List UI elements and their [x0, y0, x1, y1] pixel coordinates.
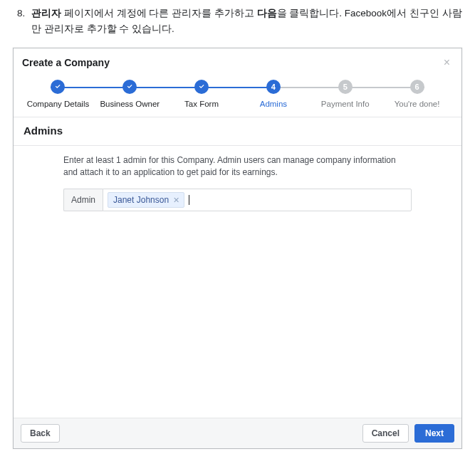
- back-button[interactable]: Back: [21, 424, 60, 443]
- step-circle-todo: 6: [410, 80, 424, 94]
- help-text: Enter at least 1 admin for this Company.…: [63, 154, 412, 179]
- section-header: Admins: [14, 117, 461, 138]
- admin-chip-label: Janet Johnson: [113, 195, 169, 205]
- admin-field-row: Admin Janet Johnson ✕: [63, 189, 412, 211]
- dialog-body: Enter at least 1 admin for this Company.…: [14, 146, 461, 418]
- instruction-text: 관리자 페이지에서 계정에 다른 관리자를 추가하고 다음을 클릭합니다. Fa…: [31, 6, 462, 38]
- dialog-footer: Back Cancel Next: [14, 418, 461, 448]
- cancel-button[interactable]: Cancel: [362, 424, 409, 443]
- instruction-bold-1: 관리자: [31, 8, 61, 18]
- step-label: You're done!: [395, 100, 440, 108]
- step-circle-done: [194, 80, 209, 94]
- check-icon: [54, 83, 62, 90]
- instruction: 8. 관리자 페이지에서 계정에 다른 관리자를 추가하고 다음을 클릭합니다.…: [17, 6, 462, 38]
- dialog-header: Create a Company ×: [14, 48, 461, 75]
- step-circle-done: [122, 80, 137, 94]
- step-label: Payment Info: [321, 100, 370, 108]
- text-cursor: [189, 195, 189, 205]
- chip-remove-icon[interactable]: ✕: [173, 196, 179, 205]
- admin-field-label: Admin: [63, 189, 103, 211]
- check-icon: [198, 83, 206, 90]
- step-label: Admins: [260, 100, 287, 108]
- dialog-title: Create a Company: [22, 57, 110, 68]
- check-icon: [126, 83, 134, 90]
- step-business-owner[interactable]: Business Owner: [94, 80, 166, 108]
- step-label: Tax Form: [184, 100, 219, 108]
- step-label: Business Owner: [100, 100, 160, 108]
- close-icon[interactable]: ×: [441, 55, 453, 70]
- step-circle-done: [51, 80, 65, 94]
- step-youre-done[interactable]: 6 You're done!: [381, 80, 453, 108]
- step-company-details[interactable]: Company Details: [22, 80, 94, 108]
- step-tax-form[interactable]: Tax Form: [166, 80, 238, 108]
- step-label: Company Details: [27, 100, 90, 108]
- instruction-number: 8.: [17, 6, 31, 38]
- step-circle-todo: 5: [338, 80, 353, 94]
- section-title: Admins: [24, 125, 451, 137]
- step-circle-current: 4: [266, 80, 281, 94]
- create-company-dialog: Create a Company × Company Details Busin…: [13, 48, 462, 449]
- step-admins[interactable]: 4 Admins: [237, 80, 309, 108]
- admin-input[interactable]: Janet Johnson ✕: [103, 189, 412, 211]
- next-button[interactable]: Next: [414, 424, 454, 443]
- instruction-bold-2: 다음: [257, 8, 277, 18]
- admin-chip[interactable]: Janet Johnson ✕: [108, 192, 184, 208]
- step-payment-info[interactable]: 5 Payment Info: [309, 80, 381, 108]
- stepper: Company Details Business Owner Tax Form …: [14, 75, 461, 110]
